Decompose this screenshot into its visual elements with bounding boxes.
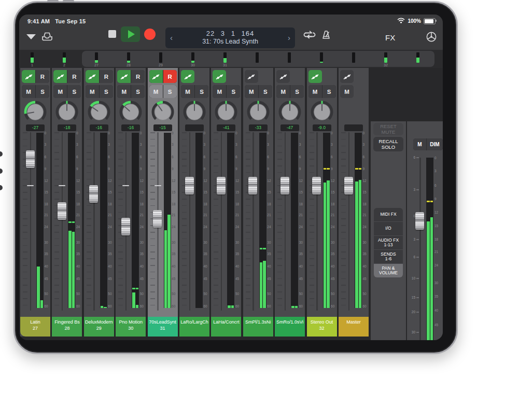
automation-button[interactable]	[149, 70, 163, 83]
record-button[interactable]	[144, 29, 156, 40]
master-fader-cap[interactable]	[415, 212, 424, 230]
carousel-dot[interactable]	[0, 185, 3, 190]
fader-cap[interactable]	[26, 150, 35, 168]
mixer-overview-strip[interactable]: 12272829303132	[19, 50, 443, 68]
solo-button[interactable]: S	[163, 85, 177, 98]
track-name-label[interactable]: Master	[339, 317, 369, 337]
cycle-icon[interactable]	[303, 30, 316, 41]
carousel-dot[interactable]	[0, 151, 3, 157]
pan-knob[interactable]	[246, 100, 270, 126]
pan-knob[interactable]	[310, 100, 334, 126]
automation-button[interactable]	[53, 70, 67, 83]
tab-sends[interactable]: SENDS1-6	[374, 250, 403, 263]
automation-button[interactable]	[22, 70, 35, 83]
fader-cap[interactable]	[312, 177, 321, 194]
track-name-label[interactable]: Stereo Out32	[307, 317, 337, 337]
mute-button[interactable]: M	[340, 85, 354, 98]
fader-cap[interactable]	[217, 177, 226, 194]
track-name-label[interactable]: DeluxModern29	[84, 317, 114, 337]
record-enable-button[interactable]: R	[100, 70, 113, 83]
mute-button[interactable]: M	[213, 85, 226, 98]
mute-button[interactable]: M	[86, 85, 99, 98]
automation-button[interactable]	[117, 70, 131, 83]
mute-button[interactable]: M	[149, 85, 163, 98]
pan-knob[interactable]	[214, 100, 238, 126]
fader-cap[interactable]	[153, 210, 162, 228]
overview-track-meter[interactable]	[95, 52, 98, 63]
mute-button[interactable]: M	[22, 85, 35, 98]
carousel-dot[interactable]	[0, 169, 3, 174]
automation-button[interactable]	[308, 70, 322, 83]
chevron-down-icon[interactable]	[26, 34, 36, 39]
record-enable-button[interactable]: R	[131, 70, 145, 83]
play-button[interactable]	[121, 26, 140, 42]
recall-solo-button[interactable]: RECALL SOLO	[373, 137, 403, 151]
tab-i-o[interactable]: I/O	[374, 222, 403, 235]
track-name-label[interactable]: SmPl/1.3sNi	[243, 317, 273, 337]
fader-cap[interactable]	[248, 177, 257, 194]
fader-cap[interactable]	[185, 177, 194, 194]
master-mute-button[interactable]: M	[413, 138, 426, 150]
track-name-label[interactable]: 70sLeadSynt31	[148, 317, 178, 337]
overview-track-meter[interactable]	[159, 52, 162, 63]
media-tray-icon[interactable]	[41, 31, 53, 44]
overview-track-meter[interactable]	[288, 52, 291, 63]
track-name-label[interactable]: LaRo/LargCh	[179, 317, 209, 337]
reset-mute-button[interactable]: RESET MUTE	[373, 123, 403, 135]
fader-cap[interactable]	[121, 218, 130, 235]
record-enable-button[interactable]: R	[36, 70, 49, 83]
automation-button[interactable]	[181, 70, 194, 83]
solo-button[interactable]: S	[290, 85, 304, 98]
pan-knob[interactable]	[87, 100, 111, 126]
record-enable-button[interactable]: R	[67, 70, 81, 83]
automation-button[interactable]	[86, 70, 99, 83]
automation-button[interactable]	[245, 70, 258, 83]
track-name-label[interactable]: Fingered Bs28	[52, 317, 82, 337]
overview-track-meter[interactable]	[63, 52, 66, 63]
pan-knob[interactable]	[183, 100, 206, 126]
overview-track-meter[interactable]	[127, 52, 130, 63]
stop-button[interactable]	[108, 30, 116, 38]
pan-knob[interactable]	[23, 100, 47, 126]
lcd-display[interactable]: ‹ › 22 3 1 164 31: 70s Lead Synth	[165, 27, 295, 48]
solo-button[interactable]: S	[259, 85, 272, 98]
fader-cap[interactable]	[58, 202, 66, 220]
mute-button[interactable]: M	[117, 85, 131, 98]
overview-track-meter[interactable]	[223, 52, 227, 63]
mute-button[interactable]: M	[53, 85, 67, 98]
track-name-label[interactable]: Latin27	[20, 317, 50, 337]
mute-button[interactable]: M	[308, 85, 322, 98]
fader-cap[interactable]	[89, 185, 98, 203]
solo-button[interactable]: S	[195, 85, 208, 98]
settings-icon[interactable]	[426, 31, 437, 45]
pan-knob[interactable]	[119, 100, 143, 126]
solo-button[interactable]: S	[131, 85, 145, 98]
pan-knob[interactable]	[151, 100, 175, 126]
mute-button[interactable]: M	[276, 85, 290, 98]
mute-button[interactable]: M	[181, 85, 194, 98]
solo-button[interactable]: S	[100, 85, 113, 98]
automation-button[interactable]	[276, 70, 290, 83]
overview-track-meter[interactable]	[352, 52, 355, 63]
overview-track-meter[interactable]	[384, 52, 387, 63]
solo-button[interactable]: S	[36, 85, 49, 98]
tab-midi-fx[interactable]: MIDI FX	[374, 208, 403, 221]
fader-cap[interactable]	[280, 177, 289, 194]
track-name-label[interactable]: LaHa/Concrt	[211, 317, 241, 337]
track-name-label[interactable]: SmRo/1.0sVi	[275, 317, 305, 337]
metronome-icon[interactable]	[321, 30, 331, 42]
automation-button[interactable]	[340, 70, 354, 83]
pan-knob[interactable]	[278, 100, 302, 126]
automation-button[interactable]	[213, 70, 226, 83]
solo-button[interactable]: S	[227, 85, 240, 98]
master-dim-button[interactable]: DIM	[427, 138, 443, 150]
tab-pan-[interactable]: PAN &VOLUME	[374, 264, 403, 277]
fx-button[interactable]: FX	[385, 33, 395, 42]
overview-track-meter[interactable]	[256, 52, 259, 63]
solo-button[interactable]: S	[67, 85, 81, 98]
tab-audio-fx[interactable]: AUDIO FX1-13	[374, 236, 403, 249]
mute-button[interactable]: M	[245, 85, 258, 98]
solo-button[interactable]: S	[322, 85, 336, 98]
overview-track-meter[interactable]	[31, 52, 34, 63]
track-name-label[interactable]: Pno Motion30	[116, 317, 146, 337]
